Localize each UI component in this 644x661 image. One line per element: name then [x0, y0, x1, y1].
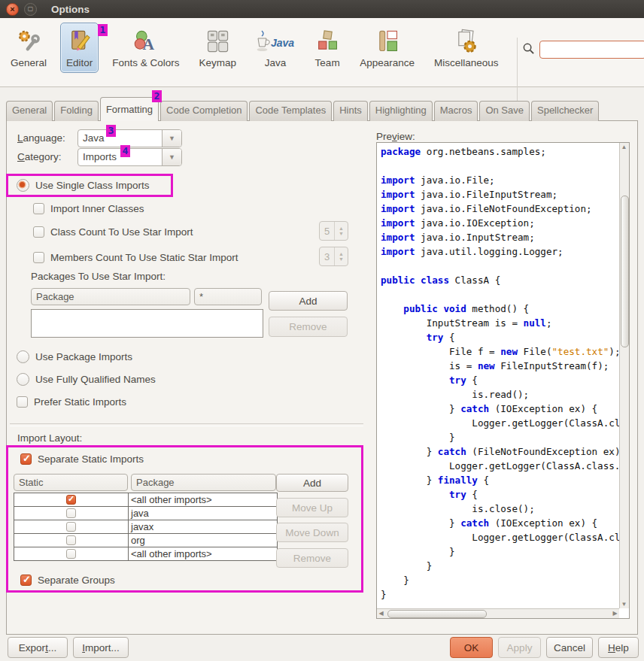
search-input[interactable]	[539, 41, 644, 59]
tab-code-completion[interactable]: Code Completion	[160, 101, 248, 121]
spinner-arrows-icon[interactable]: ▲▼	[334, 247, 348, 265]
move-up-button[interactable]: Move Up	[276, 498, 348, 517]
apply-button[interactable]: Apply	[498, 637, 541, 658]
move-down-button[interactable]: Move Down	[276, 523, 348, 542]
package-cell[interactable]: org	[129, 534, 277, 547]
checkbox-separate-groups[interactable]: Separate Groups	[20, 575, 115, 586]
scroll-right-icon[interactable]: ▶	[611, 609, 619, 617]
checkbox-members-count-static-star[interactable]: Members Count To Use Static Star Import	[33, 252, 238, 263]
annotation-marker-4: 4	[120, 145, 130, 157]
static-cell[interactable]	[14, 547, 129, 560]
toolbar-item-keymap[interactable]: Keymap	[193, 23, 243, 73]
annotation-marker-1: 1	[98, 24, 108, 36]
chevron-down-icon[interactable]: ▼	[162, 149, 181, 165]
radio-use-single-class-imports[interactable]: Use Single Class Imports	[17, 179, 150, 192]
radio-icon	[17, 350, 29, 363]
static-cell[interactable]	[14, 507, 129, 520]
static-cell[interactable]	[14, 534, 129, 547]
remove-layout-row-button[interactable]: Remove	[276, 548, 348, 568]
tab-highlighting[interactable]: Highlighting	[369, 101, 433, 121]
checkbox-icon[interactable]	[66, 535, 76, 545]
cancel-button[interactable]: Cancel	[546, 637, 593, 658]
vertical-scroll-thumb[interactable]	[621, 196, 629, 347]
scroll-down-icon[interactable]: ▼	[620, 600, 628, 608]
tab-folding[interactable]: Folding	[54, 101, 99, 121]
toolbar-item-appearance[interactable]: Appearance	[354, 23, 421, 73]
star-column-header[interactable]: *	[194, 288, 262, 305]
checkbox-checked-icon[interactable]	[66, 495, 76, 505]
toolbar-item-java[interactable]: JavaJava	[250, 23, 301, 73]
table-row[interactable]: javax	[14, 520, 277, 534]
checkbox-import-inner-classes[interactable]: Import Inner Classes	[33, 203, 144, 214]
tab-hints[interactable]: Hints	[333, 101, 368, 121]
checkbox-icon[interactable]	[66, 508, 76, 518]
help-button[interactable]: Help	[598, 637, 639, 658]
radio-use-package-imports[interactable]: Use Package Imports	[17, 350, 132, 363]
checkbox-separate-static-imports[interactable]: Separate Static Imports	[20, 453, 144, 465]
close-icon[interactable]: ×	[6, 3, 19, 16]
toolbar-item-editor[interactable]: Editor	[60, 23, 99, 73]
checkbox-icon[interactable]	[66, 549, 76, 559]
language-value: Java	[78, 130, 162, 147]
code-line: } catch (IOException ex) {	[381, 402, 619, 416]
table-row[interactable]: java	[14, 507, 277, 520]
checkbox-icon	[33, 252, 44, 263]
code-line: }	[381, 544, 619, 559]
package-column-header[interactable]: Package	[31, 288, 190, 305]
radio-selected-icon	[17, 179, 29, 192]
package-cell[interactable]: java	[129, 507, 277, 520]
scroll-up-icon[interactable]: ▲	[620, 143, 628, 151]
checkbox-class-count-star-import[interactable]: Class Count To Use Star Import	[33, 226, 193, 238]
package-column-header[interactable]: Package	[131, 474, 276, 491]
horizontal-scroll-thumb[interactable]	[387, 610, 487, 618]
tab-code-templates[interactable]: Code Templates	[249, 101, 332, 121]
code-line: import java.io.IOException;	[381, 216, 619, 230]
static-cell[interactable]	[14, 493, 129, 506]
add-layout-row-button[interactable]: Add	[276, 474, 348, 492]
ok-button[interactable]: OK	[450, 637, 493, 658]
package-cell[interactable]: <all other imports>	[129, 493, 277, 506]
checkbox-prefer-static-imports[interactable]: Prefer Static Imports	[17, 396, 126, 408]
window-title: Options	[51, 4, 90, 15]
table-row[interactable]: <all other imports>	[14, 547, 277, 560]
static-column-header[interactable]: Static	[14, 474, 128, 491]
annotation-marker-3: 3	[106, 125, 116, 137]
java-cup-icon: Java	[256, 28, 295, 55]
toolbar-item-general[interactable]: General	[5, 23, 53, 73]
tab-general[interactable]: General	[6, 101, 53, 121]
star-packages-list[interactable]	[31, 309, 263, 338]
scroll-left-icon[interactable]: ◀	[377, 609, 385, 617]
toolbar-item-team[interactable]: Team	[308, 23, 346, 73]
table-row[interactable]: org	[14, 534, 277, 547]
annotation-marker-2: 2	[152, 90, 162, 102]
horizontal-scrollbar[interactable]: ◀ ▶	[377, 608, 619, 618]
package-cell[interactable]: javax	[129, 520, 277, 533]
import-layout-table[interactable]: <all other imports>javajavaxorg<all othe…	[14, 493, 278, 561]
radio-use-fully-qualified-names[interactable]: Use Fully Qualified Names	[17, 373, 156, 386]
category-tabs: GeneralFoldingFormattingCode CompletionC…	[6, 97, 642, 121]
checkbox-icon[interactable]	[66, 522, 76, 532]
static-cell[interactable]	[14, 520, 129, 533]
spinner-arrows-icon[interactable]: ▲▼	[334, 222, 348, 240]
tab-formatting[interactable]: Formatting	[100, 97, 159, 121]
tab-macros[interactable]: Macros	[434, 101, 478, 121]
import-button[interactable]: Import...	[73, 637, 129, 658]
chevron-down-icon[interactable]: ▼	[162, 130, 181, 147]
members-count-spinner[interactable]: 3 ▲▼	[319, 247, 348, 266]
toolbar-item-miscellaneous[interactable]: Miscellaneous	[428, 23, 505, 73]
toolbar-item-fonts-colors[interactable]: AFonts & Colors	[106, 23, 185, 73]
export-button[interactable]: Export...	[8, 637, 68, 658]
add-star-package-button[interactable]: Add	[269, 291, 348, 311]
remove-star-package-button[interactable]: Remove	[269, 317, 348, 337]
preview-code-area[interactable]: package org.netbeans.samples; import jav…	[376, 142, 630, 619]
code-line: try {	[381, 330, 619, 344]
code-line: }	[381, 587, 619, 602]
table-row[interactable]: <all other imports>	[14, 493, 277, 507]
vertical-scrollbar[interactable]: ▲ ▼	[619, 143, 629, 608]
package-cell[interactable]: <all other imports>	[129, 547, 277, 560]
tab-spellchecker[interactable]: Spellchecker	[531, 101, 599, 121]
restore-icon[interactable]: ▢	[24, 3, 37, 16]
code-line: } finally {	[381, 473, 619, 487]
class-count-spinner[interactable]: 5 ▲▼	[319, 221, 348, 241]
tab-on-save[interactable]: On Save	[479, 101, 530, 121]
